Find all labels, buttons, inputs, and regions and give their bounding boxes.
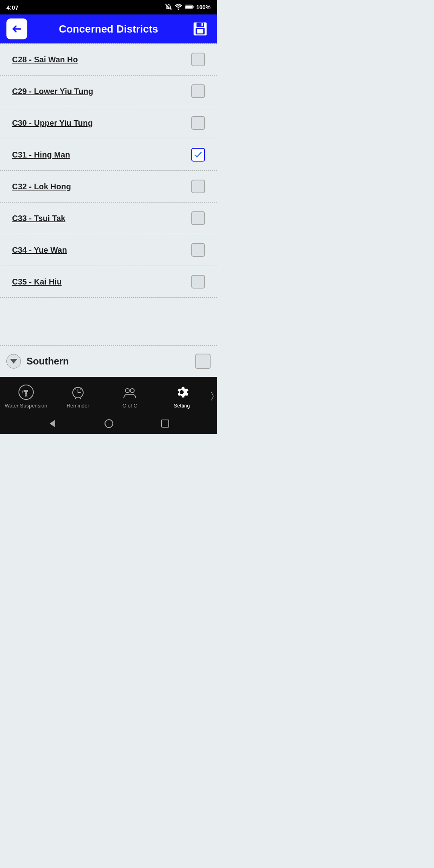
- nav-reminder[interactable]: Reminder: [52, 383, 104, 409]
- district-item-c30: C30 - Upper Yiu Tung: [0, 107, 217, 139]
- district-checkbox-c35[interactable]: [191, 275, 205, 289]
- page-title: Concerned Districts: [27, 23, 190, 35]
- nav-water-suspension[interactable]: Water Suspension: [0, 383, 52, 409]
- district-item-c35: C35 - Kai Hiu: [0, 266, 217, 298]
- district-item-c34: C34 - Yue Wan: [0, 234, 217, 266]
- wifi-icon: [174, 4, 182, 11]
- district-label-c34: C34 - Yue Wan: [12, 246, 191, 255]
- sys-home-button[interactable]: [104, 418, 114, 429]
- status-time: 4:07: [6, 4, 18, 11]
- district-label-c33: C33 - Tsui Tak: [12, 214, 191, 223]
- battery-pct: 100%: [196, 4, 211, 10]
- svg-point-21: [125, 389, 129, 393]
- sys-back-button[interactable]: [47, 418, 57, 429]
- nav-next-arrow[interactable]: 〉: [208, 391, 217, 401]
- svg-rect-11: [25, 392, 27, 395]
- nav-coc-label: C of C: [123, 403, 137, 409]
- district-label-c31: C31 - Hing Man: [12, 150, 191, 160]
- nav-reminder-label: Reminder: [67, 403, 89, 409]
- southern-toggle[interactable]: [6, 354, 21, 368]
- district-item-c32: C32 - Lok Hong: [0, 171, 217, 203]
- district-label-c29: C29 - Lower Yiu Tung: [12, 87, 191, 96]
- district-checkbox-c29[interactable]: [191, 84, 205, 98]
- district-checkbox-c31[interactable]: [191, 148, 205, 162]
- bottom-nav: Water Suspension Reminder: [0, 377, 217, 413]
- section-southern: Southern: [0, 345, 217, 377]
- svg-marker-23: [50, 420, 55, 427]
- svg-rect-2: [185, 5, 192, 8]
- district-checkbox-c30[interactable]: [191, 116, 205, 130]
- svg-rect-1: [192, 6, 193, 8]
- district-checkbox-c34[interactable]: [191, 243, 205, 257]
- district-item-c31: C31 - Hing Man: [0, 139, 217, 171]
- coc-icon: [121, 383, 139, 401]
- southern-label: Southern: [27, 356, 195, 367]
- save-button[interactable]: [190, 18, 211, 39]
- district-checkbox-c32[interactable]: [191, 180, 205, 193]
- district-checkbox-c28[interactable]: [191, 53, 205, 66]
- district-label-c35: C35 - Kai Hiu: [12, 277, 191, 287]
- svg-rect-6: [197, 29, 203, 33]
- svg-rect-25: [162, 420, 169, 427]
- district-item-c29: C29 - Lower Yiu Tung: [0, 76, 217, 107]
- district-label-c32: C32 - Lok Hong: [12, 182, 191, 191]
- district-item-c33: C33 - Tsui Tak: [0, 203, 217, 234]
- system-nav-bar: [0, 413, 217, 434]
- battery-icon: [185, 4, 194, 11]
- sys-recents-button[interactable]: [160, 419, 170, 428]
- district-checkbox-c33[interactable]: [191, 211, 205, 225]
- district-list: C28 - Sai Wan HoC29 - Lower Yiu TungC30 …: [0, 43, 217, 345]
- back-button[interactable]: [6, 18, 27, 39]
- nav-setting-label: Setting: [174, 403, 190, 409]
- svg-point-22: [130, 389, 134, 393]
- svg-line-19: [75, 398, 76, 399]
- svg-rect-7: [201, 23, 203, 26]
- status-bar: 4:07 100%: [0, 0, 217, 14]
- header: Concerned Districts: [0, 14, 217, 43]
- southern-checkbox[interactable]: [195, 354, 211, 369]
- svg-marker-8: [10, 359, 17, 364]
- nav-water-suspension-label: Water Suspension: [5, 403, 47, 409]
- svg-rect-10: [24, 390, 28, 392]
- setting-icon: [173, 383, 190, 401]
- water-suspension-icon: [17, 383, 35, 401]
- nav-setting[interactable]: Setting: [156, 383, 208, 409]
- svg-line-20: [80, 398, 81, 399]
- nav-coc[interactable]: C of C: [104, 383, 156, 409]
- reminder-icon: [69, 383, 87, 401]
- svg-point-24: [105, 420, 113, 428]
- district-label-c28: C28 - Sai Wan Ho: [12, 55, 191, 64]
- status-icons: 100%: [165, 3, 211, 12]
- district-label-c30: C30 - Upper Yiu Tung: [12, 119, 191, 128]
- mute-icon: [165, 3, 172, 12]
- district-item-c28: C28 - Sai Wan Ho: [0, 43, 217, 76]
